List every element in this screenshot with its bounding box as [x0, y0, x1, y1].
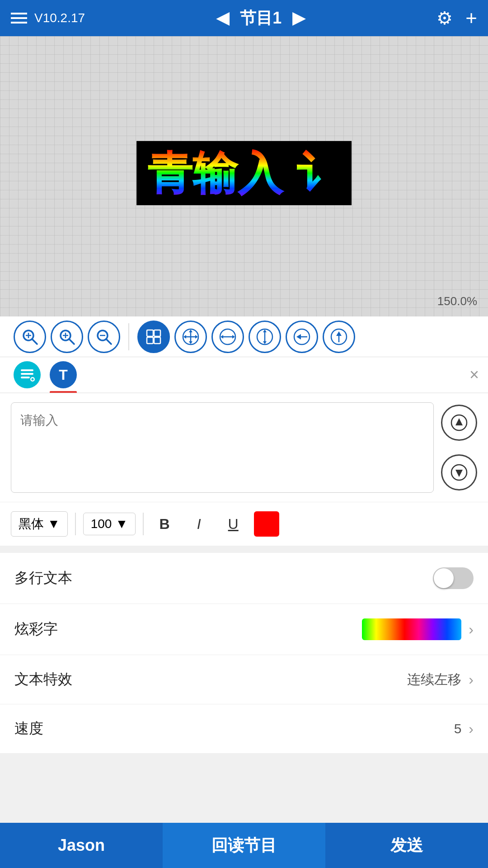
multiline-right — [433, 567, 474, 589]
svg-rect-14 — [154, 337, 160, 344]
italic-button[interactable]: I — [185, 510, 212, 538]
text-arrow-up-button[interactable] — [441, 405, 477, 441]
svg-rect-12 — [154, 330, 160, 336]
font-size-label: 100 — [91, 517, 112, 531]
rainbow-preview — [362, 618, 461, 640]
speed-row[interactable]: 速度 5 › — [0, 704, 488, 754]
format-bar: 黑体 ▼ 100 ▼ B I U — [0, 502, 488, 546]
text-side-buttons — [441, 402, 477, 493]
speed-label: 速度 — [14, 719, 43, 739]
jason-button[interactable]: Jason — [0, 823, 163, 868]
font-family-label: 黑体 — [19, 515, 44, 533]
version-label: V10.2.17 — [34, 11, 85, 25]
zoom-out-button[interactable] — [88, 321, 120, 353]
svg-rect-37 — [21, 373, 33, 375]
top-bar-left: V10.2.17 — [11, 11, 85, 25]
text-input[interactable] — [11, 402, 434, 493]
svg-point-40 — [32, 378, 34, 381]
add-icon[interactable]: + — [465, 7, 477, 29]
svg-marker-42 — [455, 418, 463, 425]
color-picker-button[interactable] — [254, 511, 279, 537]
font-size-select[interactable]: 100 ▼ — [83, 513, 136, 535]
rainbow-row[interactable]: 炫彩字 › — [0, 604, 488, 655]
svg-marker-44 — [455, 470, 463, 477]
svg-marker-34 — [336, 331, 342, 336]
font-size-chevron: ▼ — [115, 517, 128, 531]
svg-line-5 — [69, 339, 74, 344]
canvas-content: 青输入 讠 — [136, 141, 352, 205]
text-input-section — [0, 393, 488, 502]
next-program-button[interactable]: ▶ — [292, 9, 305, 28]
bottom-bar: Jason 回读节目 发送 — [0, 823, 488, 868]
svg-marker-19 — [189, 341, 192, 344]
text-effect-row[interactable]: 文本特效 连续左移 › — [0, 655, 488, 704]
multiline-row: 多行文本 — [0, 553, 488, 604]
toolbar-divider — [128, 323, 129, 350]
svg-rect-11 — [147, 330, 153, 336]
canvas-area: 青输入 讠 150.0% — [0, 36, 488, 316]
send-button[interactable]: 发送 — [325, 823, 488, 868]
text-arrow-down-button[interactable] — [441, 454, 477, 491]
svg-marker-25 — [232, 335, 235, 339]
text-effect-right: 连续左移 › — [407, 670, 474, 689]
text-effect-value: 连续左移 — [407, 670, 461, 689]
speed-right: 5 › — [454, 721, 474, 737]
underline-button[interactable]: U — [220, 510, 247, 538]
tab-settings[interactable] — [9, 357, 45, 393]
zoom-group — [9, 321, 125, 353]
svg-marker-21 — [195, 335, 198, 339]
rainbow-label: 炫彩字 — [14, 619, 58, 639]
zoom-search-button[interactable] — [14, 321, 46, 353]
move-button[interactable] — [174, 321, 207, 353]
fit-all-button[interactable] — [137, 321, 170, 353]
prev-program-button[interactable]: ◀ — [216, 9, 229, 28]
top-bar-right: ⚙ + — [436, 7, 477, 29]
text-effect-label: 文本特效 — [14, 670, 72, 689]
stretch-horizontal-button[interactable] — [211, 321, 244, 353]
rainbow-right: › — [362, 618, 474, 640]
font-family-chevron: ▼ — [47, 517, 60, 531]
svg-marker-20 — [183, 335, 186, 339]
multiline-label: 多行文本 — [14, 568, 72, 588]
program-title: 节目1 — [240, 7, 282, 29]
svg-rect-38 — [21, 377, 30, 378]
svg-marker-18 — [189, 330, 192, 332]
svg-rect-13 — [147, 337, 153, 344]
tab-settings-icon — [14, 361, 41, 388]
tab-text[interactable]: T — [45, 357, 81, 393]
tabs-row: T × — [0, 357, 488, 393]
format-divider-1 — [75, 513, 76, 535]
zoom-in-button[interactable] — [51, 321, 83, 353]
settings-icon[interactable]: ⚙ — [436, 8, 453, 28]
read-program-button[interactable]: 回读节目 — [163, 823, 325, 868]
hamburger-menu-icon[interactable] — [11, 13, 27, 24]
move-group — [133, 321, 360, 353]
stretch-vertical-button[interactable] — [249, 321, 281, 353]
multiline-toggle[interactable] — [433, 567, 474, 589]
format-divider-2 — [143, 513, 144, 535]
toggle-knob — [434, 568, 454, 588]
zoom-label: 150.0% — [437, 294, 477, 308]
tab-close-button[interactable]: × — [469, 365, 479, 384]
led-text: 青输入 讠 — [147, 148, 341, 198]
toolbar-row — [0, 316, 488, 357]
svg-line-9 — [106, 339, 111, 344]
tab-text-icon: T — [50, 361, 77, 388]
settings-section: 多行文本 炫彩字 › 文本特效 连续左移 › 速度 5 › — [0, 553, 488, 754]
speed-value: 5 — [454, 721, 462, 736]
top-bar: V10.2.17 ◀ 节目1 ▶ ⚙ + — [0, 0, 488, 36]
arrow-left-button[interactable] — [286, 321, 318, 353]
svg-marker-29 — [263, 341, 267, 344]
bold-button[interactable]: B — [151, 510, 178, 538]
svg-rect-36 — [21, 369, 33, 371]
svg-marker-31 — [296, 334, 301, 340]
arrow-up-button[interactable] — [323, 321, 355, 353]
svg-marker-24 — [221, 335, 223, 339]
top-bar-center: ◀ 节目1 ▶ — [216, 7, 305, 29]
rainbow-chevron-icon: › — [469, 621, 474, 638]
text-effect-chevron-icon: › — [469, 671, 474, 688]
speed-chevron-icon: › — [469, 721, 474, 737]
font-family-select[interactable]: 黑体 ▼ — [11, 511, 68, 537]
svg-marker-28 — [263, 330, 267, 332]
svg-line-1 — [32, 339, 37, 344]
